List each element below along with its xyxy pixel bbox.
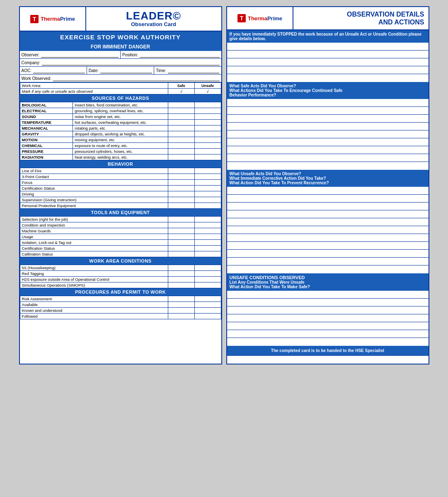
hazard-safe-check (168, 120, 194, 125)
safe-acts-lines (227, 99, 429, 170)
behavior-row: Focus (20, 180, 221, 186)
hazard-row: MECHANICAL rotating parts, etc. (20, 125, 221, 131)
observer-label: Observer: (22, 53, 40, 57)
obs-card-subtitle: Observation Card (131, 21, 176, 27)
content-line (227, 218, 429, 226)
work-area-label: Work Area: (20, 83, 168, 89)
leader-title: LEADER© (126, 10, 181, 21)
content-line (227, 242, 429, 250)
hazard-unsafe-check (194, 108, 221, 114)
left-header-title: LEADER© Observation Card (86, 7, 221, 31)
hazard-name: MECHANICAL (20, 125, 73, 131)
hazard-name: ELECTRICAL (20, 108, 73, 114)
content-line (227, 154, 429, 162)
hazard-unsafe-check (194, 137, 221, 143)
observer-row: Observer: Position: (20, 51, 221, 59)
hazard-name: BIOLOGICAL (20, 102, 73, 108)
mark-label: Mark if any safe or unsafe acts observed (20, 89, 168, 94)
behavior-item: Supervision (Giving Instruction) (20, 197, 168, 203)
tool-item: Condition and Inspection (20, 222, 168, 228)
tools-table: Selection (right for the job) Condition … (20, 216, 221, 257)
content-line (227, 195, 429, 203)
stop-work-title: EXERCISE STOP WORK AUTHORITY (20, 31, 221, 43)
work-area-row: Work Area: Safe Unsafe (20, 83, 221, 89)
tool-safe-check (168, 251, 194, 257)
content-line (227, 322, 429, 330)
procedure-item: Risk Assessment (20, 296, 168, 302)
hazard-unsafe-check (194, 131, 221, 137)
tool-unsafe-check (194, 246, 221, 251)
behavior-row: Personal Protective Equipment (20, 203, 221, 209)
unsafe-acts-header: What Unsafe Acts Did You Observe? What I… (227, 170, 429, 187)
tool-item: Selection (right for the job) (20, 217, 168, 222)
hazard-desc: pressurized cylinders, hoses, etc. (73, 149, 168, 154)
procedure-item: Available (20, 302, 168, 308)
content-line (227, 162, 429, 170)
therma-red-text: Therma (41, 16, 60, 22)
behavior-safe-check (168, 174, 194, 180)
procedure-safe-check (168, 296, 194, 302)
tool-unsafe-check (194, 217, 221, 222)
hazard-row: RADIATION heat energy, welding arcs, etc… (20, 154, 221, 160)
hazard-safe-check (168, 125, 194, 131)
content-line (227, 291, 429, 299)
procedure-row: Known and understood (20, 308, 221, 314)
behavior-item: Personal Protective Equipment (20, 203, 168, 209)
work-condition-item: H2S exposure outside Area of Operational… (20, 277, 168, 282)
behavior-table: Line of Fire 3-Point Contact Focus Certi… (20, 168, 221, 209)
hazard-row: GRAVITY dropped objects, working at heig… (20, 131, 221, 137)
hazard-safe-check (168, 143, 194, 149)
hazard-unsafe-check (194, 143, 221, 149)
tools-header: TOOLS AND EQUIPMENT (20, 209, 221, 216)
tool-unsafe-check (194, 234, 221, 240)
hazard-row: SOUND noise from engine set, etc. (20, 114, 221, 120)
time-cell: Time: (154, 67, 221, 74)
content-line (227, 330, 429, 338)
stopped-work-line-4 (227, 66, 429, 74)
content-line (227, 265, 429, 273)
content-line (227, 299, 429, 306)
hazard-desc: hot surfaces, overheating equipment, etc… (73, 120, 168, 125)
content-line (227, 314, 429, 322)
procedure-unsafe-check (194, 308, 221, 314)
stopped-work-lines (227, 43, 429, 82)
hazards-table: BIOLOGICAL insect bites, food contaminat… (20, 102, 221, 160)
hazard-name: PRESSURE (20, 149, 73, 154)
tool-safe-check (168, 217, 194, 222)
hazard-row: BIOLOGICAL insect bites, food contaminat… (20, 102, 221, 108)
hazard-desc: dropped objects, working at heights, etc… (73, 131, 168, 137)
stopped-work-prompt: If you have immediately STOPPED the work… (227, 30, 429, 43)
hazard-unsafe-check (194, 154, 221, 160)
behavior-unsafe-check (194, 168, 221, 174)
work-condition-item: Red Tagging (20, 271, 168, 277)
time-label: Time: (156, 68, 166, 73)
content-line (227, 210, 429, 218)
hazard-desc: exposure to route of entry, etc. (73, 143, 168, 149)
hazard-unsafe-check (194, 120, 221, 125)
right-logo: T ThermaPrime (227, 7, 293, 29)
procedure-safe-check (168, 308, 194, 314)
aoc-row: AOC: Date: Time: (20, 67, 221, 75)
work-area-table: Work Area: Safe Unsafe Mark if any safe … (20, 82, 221, 94)
hazard-desc: noise from engine set, etc. (73, 114, 168, 120)
left-card: T ThermaPrime LEADER© Observation Card E… (19, 6, 222, 364)
company-row: Company: (20, 59, 221, 67)
behavior-row: 3-Point Contact (20, 174, 221, 180)
content-line (227, 146, 429, 154)
hazard-unsafe-check (194, 149, 221, 154)
procedure-row: Followed (20, 314, 221, 319)
left-header: T ThermaPrime LEADER© Observation Card (20, 7, 221, 31)
obs-details-line2: AND ACTIONS (378, 18, 424, 26)
stopped-work-line-5 (227, 74, 429, 82)
procedure-row: Available (20, 302, 221, 308)
behavior-item: 3-Point Contact (20, 174, 168, 180)
tool-row: Machine Guards (20, 228, 221, 234)
work-condition-row: Red Tagging (20, 271, 221, 277)
work-condition-row: H2S exposure outside Area of Operational… (20, 277, 221, 282)
work-observed-cell: Work Observed: (20, 75, 221, 82)
unsafe-acts-lines (227, 187, 429, 273)
content-line (227, 107, 429, 115)
hazard-name: CHEMICAL (20, 143, 73, 149)
position-cell: Position: (121, 51, 221, 58)
hazard-name: SOUND (20, 114, 73, 120)
